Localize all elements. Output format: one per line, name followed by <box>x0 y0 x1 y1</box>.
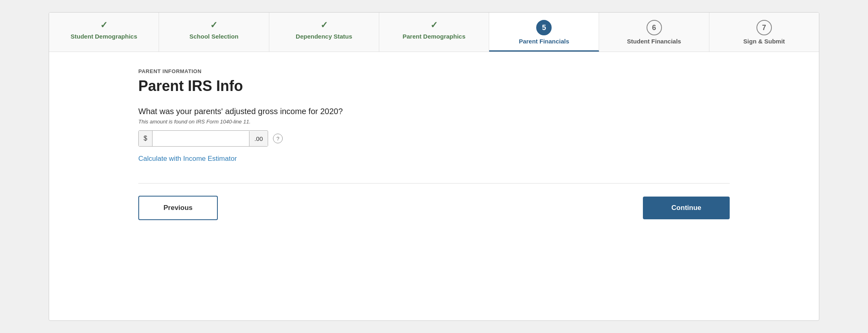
tab-label-sign-submit: Sign & Submit <box>743 38 785 45</box>
number-icon-parent-financials: 5 <box>536 20 552 35</box>
button-row: Previous Continue <box>138 196 730 220</box>
number-icon-student-financials: 6 <box>647 20 662 35</box>
main-content: PARENT INFORMATION Parent IRS Info What … <box>49 52 819 320</box>
tab-label-student-demographics: Student Demographics <box>71 33 137 40</box>
tab-label-student-financials: Student Financials <box>627 38 681 45</box>
tab-student-demographics[interactable]: ✓ Student Demographics <box>49 13 159 52</box>
section-title: Parent IRS Info <box>138 78 730 95</box>
main-card: ✓ Student Demographics ✓ School Selectio… <box>49 12 819 321</box>
question-hint: This amount is found on IRS Form 1040-li… <box>138 119 730 125</box>
income-input-group: $ .00 <box>138 130 268 147</box>
cents-suffix: .00 <box>249 131 268 146</box>
section-label: PARENT INFORMATION <box>138 68 730 74</box>
tab-student-financials[interactable]: 6 Student Financials <box>599 13 709 52</box>
income-input-row: $ .00 ? <box>138 130 730 147</box>
page-container: ✓ Student Demographics ✓ School Selectio… <box>0 0 868 333</box>
check-icon-school-selection: ✓ <box>210 20 217 30</box>
tab-label-parent-financials: Parent Financials <box>519 38 569 45</box>
question-text: What was your parents' adjusted gross in… <box>138 107 730 116</box>
section-divider <box>138 183 730 184</box>
tab-parent-financials[interactable]: 5 Parent Financials <box>489 13 599 52</box>
tab-sign-submit[interactable]: 7 Sign & Submit <box>709 13 819 52</box>
help-icon[interactable]: ? <box>273 134 283 143</box>
tab-label-parent-demographics: Parent Demographics <box>402 33 465 40</box>
tab-school-selection[interactable]: ✓ School Selection <box>159 13 269 52</box>
income-input-field[interactable] <box>153 131 249 146</box>
dollar-sign-prefix: $ <box>139 131 153 146</box>
tab-label-dependency-status: Dependency Status <box>296 33 352 40</box>
continue-button[interactable]: Continue <box>643 197 730 219</box>
tab-parent-demographics[interactable]: ✓ Parent Demographics <box>379 13 489 52</box>
check-icon-student-demographics: ✓ <box>100 20 107 30</box>
previous-button[interactable]: Previous <box>138 196 218 220</box>
number-icon-sign-submit: 7 <box>756 20 772 35</box>
tab-dependency-status[interactable]: ✓ Dependency Status <box>269 13 379 52</box>
check-icon-dependency-status: ✓ <box>320 20 328 30</box>
nav-tabs: ✓ Student Demographics ✓ School Selectio… <box>49 13 819 52</box>
tab-label-school-selection: School Selection <box>189 33 238 40</box>
check-icon-parent-demographics: ✓ <box>430 20 438 30</box>
income-estimator-link[interactable]: Calculate with Income Estimator <box>138 155 237 163</box>
